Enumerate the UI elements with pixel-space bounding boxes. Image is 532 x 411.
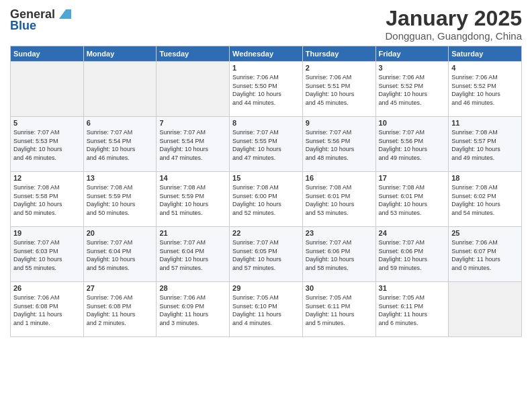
day-info: Sunrise: 7:05 AMSunset: 6:11 PMDaylight:… <box>379 293 446 327</box>
day-number: 1 <box>232 64 300 72</box>
cell-w3-d1: 13Sunrise: 7:08 AMSunset: 5:59 PMDayligh… <box>83 172 157 227</box>
cell-w4-d3: 22Sunrise: 7:07 AMSunset: 6:05 PMDayligh… <box>230 227 303 282</box>
location: Dongguan, Guangdong, China <box>386 30 523 42</box>
day-info: Sunrise: 7:08 AMSunset: 6:00 PMDaylight:… <box>232 183 300 217</box>
day-info: Sunrise: 7:07 AMSunset: 6:04 PMDaylight:… <box>159 238 226 272</box>
cell-w2-d0: 5Sunrise: 7:07 AMSunset: 5:53 PMDaylight… <box>11 117 84 172</box>
day-info: Sunrise: 7:08 AMSunset: 6:01 PMDaylight:… <box>306 183 373 217</box>
cell-w5-d5: 31Sunrise: 7:05 AMSunset: 6:11 PMDayligh… <box>375 282 449 337</box>
svg-marker-1 <box>59 9 71 19</box>
day-number: 30 <box>306 284 373 292</box>
day-number: 3 <box>379 64 446 72</box>
day-number: 25 <box>451 229 519 237</box>
day-info: Sunrise: 7:06 AMSunset: 6:09 PMDaylight:… <box>159 293 226 327</box>
cell-w5-d4: 30Sunrise: 7:05 AMSunset: 6:11 PMDayligh… <box>302 282 375 337</box>
week-row-4: 19Sunrise: 7:07 AMSunset: 6:03 PMDayligh… <box>11 227 522 282</box>
day-number: 15 <box>232 174 300 182</box>
title-area: January 2025 Dongguan, Guangdong, China <box>386 7 523 42</box>
header-monday: Monday <box>83 46 157 62</box>
week-row-5: 26Sunrise: 7:06 AMSunset: 6:08 PMDayligh… <box>11 282 522 337</box>
day-info: Sunrise: 7:07 AMSunset: 6:05 PMDaylight:… <box>232 238 300 272</box>
day-info: Sunrise: 7:05 AMSunset: 6:10 PMDaylight:… <box>232 293 300 327</box>
day-info: Sunrise: 7:07 AMSunset: 5:56 PMDaylight:… <box>379 128 446 162</box>
day-number: 27 <box>87 284 154 292</box>
day-number: 26 <box>13 284 81 292</box>
day-number: 4 <box>451 64 519 72</box>
day-number: 17 <box>379 174 446 182</box>
day-number: 12 <box>13 174 81 182</box>
cell-w2-d3: 8Sunrise: 7:07 AMSunset: 5:55 PMDaylight… <box>230 117 303 172</box>
cell-w5-d6 <box>449 282 522 337</box>
cell-w1-d6: 4Sunrise: 7:06 AMSunset: 5:52 PMDaylight… <box>449 62 522 117</box>
header-friday: Friday <box>375 46 449 62</box>
cell-w3-d4: 16Sunrise: 7:08 AMSunset: 6:01 PMDayligh… <box>302 172 375 227</box>
day-info: Sunrise: 7:07 AMSunset: 5:54 PMDaylight:… <box>159 128 226 162</box>
day-info: Sunrise: 7:06 AMSunset: 6:08 PMDaylight:… <box>13 293 81 327</box>
cell-w3-d3: 15Sunrise: 7:08 AMSunset: 6:00 PMDayligh… <box>230 172 303 227</box>
month-title: January 2025 <box>386 7 523 30</box>
day-info: Sunrise: 7:07 AMSunset: 6:04 PMDaylight:… <box>87 238 154 272</box>
day-info: Sunrise: 7:06 AMSunset: 5:52 PMDaylight:… <box>451 73 519 107</box>
cell-w2-d1: 6Sunrise: 7:07 AMSunset: 5:54 PMDaylight… <box>83 117 157 172</box>
day-number: 11 <box>451 119 519 127</box>
day-info: Sunrise: 7:08 AMSunset: 6:02 PMDaylight:… <box>451 183 519 217</box>
day-number: 8 <box>232 119 300 127</box>
cell-w4-d2: 21Sunrise: 7:07 AMSunset: 6:04 PMDayligh… <box>157 227 230 282</box>
day-info: Sunrise: 7:08 AMSunset: 6:01 PMDaylight:… <box>379 183 446 217</box>
day-info: Sunrise: 7:07 AMSunset: 5:53 PMDaylight:… <box>13 128 81 162</box>
cell-w3-d5: 17Sunrise: 7:08 AMSunset: 6:01 PMDayligh… <box>375 172 449 227</box>
day-info: Sunrise: 7:06 AMSunset: 5:51 PMDaylight:… <box>306 73 373 107</box>
day-number: 18 <box>451 174 519 182</box>
day-number: 31 <box>379 284 446 292</box>
day-number: 7 <box>159 119 226 127</box>
day-number: 16 <box>306 174 373 182</box>
day-number: 2 <box>306 64 373 72</box>
cell-w2-d2: 7Sunrise: 7:07 AMSunset: 5:54 PMDaylight… <box>157 117 230 172</box>
cell-w4-d4: 23Sunrise: 7:07 AMSunset: 6:06 PMDayligh… <box>302 227 375 282</box>
day-info: Sunrise: 7:07 AMSunset: 5:56 PMDaylight:… <box>306 128 373 162</box>
week-row-3: 12Sunrise: 7:08 AMSunset: 5:58 PMDayligh… <box>11 172 522 227</box>
day-info: Sunrise: 7:07 AMSunset: 6:06 PMDaylight:… <box>306 238 373 272</box>
header-saturday: Saturday <box>449 46 522 62</box>
day-number: 6 <box>87 119 154 127</box>
day-number: 29 <box>232 284 300 292</box>
day-info: Sunrise: 7:08 AMSunset: 5:57 PMDaylight:… <box>451 128 519 162</box>
day-number: 24 <box>379 229 446 237</box>
day-number: 5 <box>13 119 81 127</box>
header-wednesday: Wednesday <box>230 46 303 62</box>
logo-blue: Blue <box>10 19 36 33</box>
day-info: Sunrise: 7:06 AMSunset: 6:07 PMDaylight:… <box>451 238 519 272</box>
cell-w4-d6: 25Sunrise: 7:06 AMSunset: 6:07 PMDayligh… <box>449 227 522 282</box>
cell-w5-d0: 26Sunrise: 7:06 AMSunset: 6:08 PMDayligh… <box>11 282 84 337</box>
cell-w5-d2: 28Sunrise: 7:06 AMSunset: 6:09 PMDayligh… <box>157 282 230 337</box>
day-info: Sunrise: 7:07 AMSunset: 5:55 PMDaylight:… <box>232 128 300 162</box>
day-number: 23 <box>306 229 373 237</box>
day-info: Sunrise: 7:08 AMSunset: 5:58 PMDaylight:… <box>13 183 81 217</box>
cell-w1-d1 <box>83 62 157 117</box>
cell-w3-d0: 12Sunrise: 7:08 AMSunset: 5:58 PMDayligh… <box>11 172 84 227</box>
week-row-1: 1Sunrise: 7:06 AMSunset: 5:50 PMDaylight… <box>11 62 522 117</box>
day-info: Sunrise: 7:07 AMSunset: 5:54 PMDaylight:… <box>87 128 154 162</box>
cell-w3-d2: 14Sunrise: 7:08 AMSunset: 5:59 PMDayligh… <box>157 172 230 227</box>
day-number: 28 <box>159 284 226 292</box>
day-info: Sunrise: 7:07 AMSunset: 6:03 PMDaylight:… <box>13 238 81 272</box>
day-number: 19 <box>13 229 81 237</box>
day-number: 14 <box>159 174 226 182</box>
day-number: 13 <box>87 174 154 182</box>
day-number: 20 <box>87 229 154 237</box>
cell-w1-d0 <box>11 62 84 117</box>
week-row-2: 5Sunrise: 7:07 AMSunset: 5:53 PMDaylight… <box>11 117 522 172</box>
header: General Blue January 2025 Dongguan, Guan… <box>10 7 522 42</box>
weekday-header-row: Sunday Monday Tuesday Wednesday Thursday… <box>11 46 522 62</box>
cell-w2-d5: 10Sunrise: 7:07 AMSunset: 5:56 PMDayligh… <box>375 117 449 172</box>
day-info: Sunrise: 7:08 AMSunset: 5:59 PMDaylight:… <box>87 183 154 217</box>
day-info: Sunrise: 7:07 AMSunset: 6:06 PMDaylight:… <box>379 238 446 272</box>
cell-w1-d5: 3Sunrise: 7:06 AMSunset: 5:52 PMDaylight… <box>375 62 449 117</box>
day-info: Sunrise: 7:06 AMSunset: 6:08 PMDaylight:… <box>87 293 154 327</box>
day-number: 10 <box>379 119 446 127</box>
header-tuesday: Tuesday <box>157 46 230 62</box>
day-number: 22 <box>232 229 300 237</box>
day-info: Sunrise: 7:08 AMSunset: 5:59 PMDaylight:… <box>159 183 226 217</box>
cell-w4-d1: 20Sunrise: 7:07 AMSunset: 6:04 PMDayligh… <box>83 227 157 282</box>
day-info: Sunrise: 7:06 AMSunset: 5:50 PMDaylight:… <box>232 73 300 107</box>
